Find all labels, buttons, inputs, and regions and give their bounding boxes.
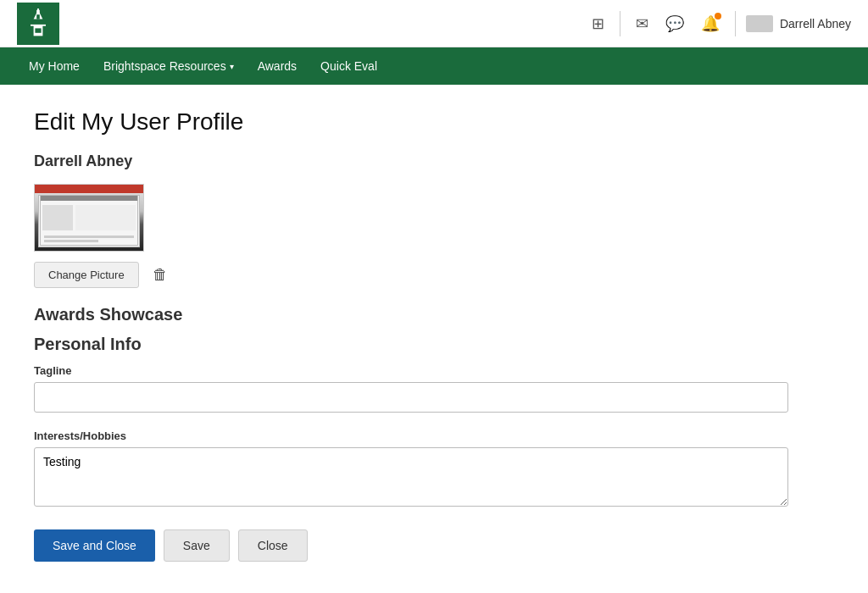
main-content: Edit My User Profile Darrell Abney [0, 85, 868, 585]
save-and-close-button[interactable]: Save and Close [34, 529, 155, 562]
nav-label-brightspace-resources: Brightspace Resources [103, 59, 226, 73]
divider-1 [620, 11, 620, 36]
interests-label: Interests/Hobbies [34, 430, 834, 442]
page-title: Edit My User Profile [34, 108, 834, 136]
delete-picture-button[interactable]: 🗑 [149, 263, 171, 287]
chevron-down-icon: ▾ [230, 62, 234, 71]
nav-label-quick-eval: Quick Eval [320, 59, 377, 73]
personal-info-title: Personal Info [34, 335, 834, 354]
header-right: ⊞ ✉ 💬 🔔 Darrell Abney [587, 9, 851, 38]
logo[interactable] [17, 3, 59, 45]
nav-item-brightspace-resources[interactable]: Brightspace Resources ▾ [92, 47, 246, 85]
profile-picture-section: Change Picture 🗑 [34, 184, 834, 288]
tagline-label: Tagline [34, 364, 834, 377]
mail-icon: ✉ [636, 14, 648, 33]
nav-bar: My Home Brightspace Resources ▾ Awards Q… [0, 47, 868, 85]
user-name-label: Darrell Abney [780, 17, 851, 30]
save-button[interactable]: Save [164, 529, 230, 562]
chat-button[interactable]: 💬 [660, 9, 689, 38]
user-display-name: Darrell Abney [34, 152, 834, 170]
interests-group: Interests/Hobbies Testing [34, 430, 834, 509]
user-menu[interactable]: Darrell Abney [746, 15, 851, 32]
tagline-group: Tagline [34, 364, 834, 413]
tagline-input[interactable] [34, 382, 788, 413]
svg-rect-3 [35, 28, 38, 32]
nav-label-my-home: My Home [29, 59, 80, 73]
divider-2 [735, 11, 736, 36]
change-picture-button[interactable]: Change Picture [34, 262, 139, 288]
header: ⊞ ✉ 💬 🔔 Darrell Abney [0, 0, 868, 47]
notifications-button[interactable]: 🔔 [696, 9, 725, 38]
mail-button[interactable]: ✉ [631, 9, 654, 38]
nav-label-awards: Awards [258, 59, 297, 73]
nav-item-my-home[interactable]: My Home [17, 47, 92, 85]
apps-icon: ⊞ [592, 14, 604, 33]
avatar [746, 15, 773, 32]
picture-actions: Change Picture 🗑 [34, 262, 834, 288]
form-actions: Save and Close Save Close [34, 529, 834, 562]
nav-item-quick-eval[interactable]: Quick Eval [309, 47, 389, 85]
trash-icon: 🗑 [153, 266, 168, 283]
svg-rect-4 [38, 28, 42, 32]
profile-picture-preview [34, 184, 144, 252]
profile-picture-image [35, 185, 143, 251]
chat-icon: 💬 [665, 14, 684, 33]
svg-rect-7 [37, 8, 39, 12]
close-button[interactable]: Close [238, 529, 308, 562]
notification-badge [715, 13, 721, 19]
interests-input[interactable]: Testing [34, 447, 788, 507]
nav-item-awards[interactable]: Awards [246, 47, 309, 85]
svg-rect-2 [36, 14, 40, 19]
logo-icon [23, 8, 53, 39]
apps-button[interactable]: ⊞ [587, 9, 609, 38]
awards-showcase-title: Awards Showcase [34, 305, 834, 324]
